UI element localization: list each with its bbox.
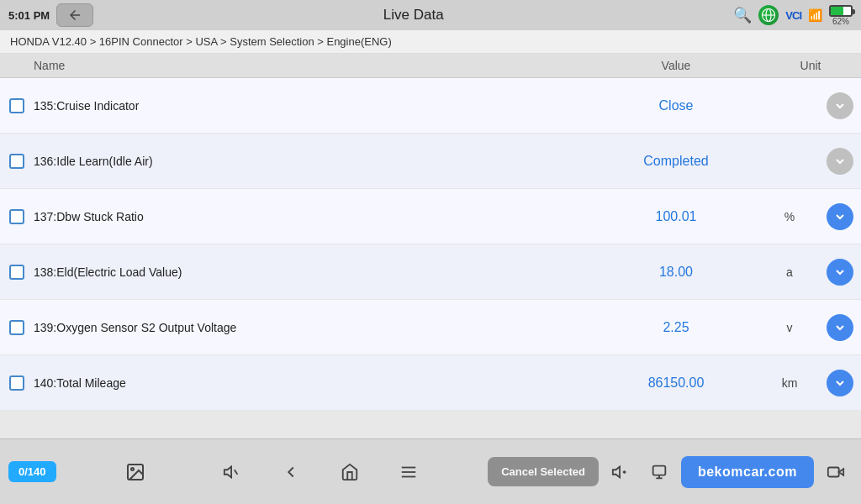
row-action <box>819 92 861 119</box>
table-row: 136:Idle Learn(Idle Air)Completed <box>0 134 861 189</box>
back-nav-icon-btn[interactable] <box>274 455 308 489</box>
row-action <box>819 370 861 396</box>
checkbox[interactable] <box>9 320 24 335</box>
device-icon-btn[interactable] <box>642 455 676 489</box>
battery-icon <box>829 5 853 17</box>
col-unit-header: Unit <box>760 59 861 72</box>
row-value: Close <box>592 98 760 113</box>
svg-rect-13 <box>653 465 666 475</box>
chevron-down-button[interactable] <box>827 370 853 396</box>
speaker-plus-icon <box>611 463 630 481</box>
row-label: 139:Oxygen Sensor S2 Output Voltage <box>34 321 592 334</box>
chevron-down-button[interactable] <box>827 203 853 230</box>
back-button[interactable] <box>56 3 93 27</box>
record-icon-btn[interactable] <box>819 455 853 489</box>
row-label: 140:Total Mileage <box>34 376 592 390</box>
menu-icon <box>399 463 418 481</box>
menu-icon-btn[interactable] <box>392 455 425 489</box>
checkbox[interactable] <box>9 209 24 224</box>
search-icon[interactable]: 🔍 <box>733 6 752 24</box>
row-value: Completed <box>592 154 760 169</box>
row-value: 2.25 <box>592 320 760 335</box>
table-header: Name Value Unit <box>0 54 861 78</box>
globe-icon[interactable] <box>758 5 779 25</box>
row-label: 138:Eld(Electric Load Value) <box>34 265 592 279</box>
brand-button[interactable]: bekomcar.com <box>681 456 814 488</box>
table-row: 135:Cruise IndicatorClose <box>0 78 861 134</box>
page-title: Live Data <box>93 7 733 24</box>
row-action <box>819 259 861 286</box>
cancel-selected-button[interactable]: Cancel Selected <box>488 457 599 486</box>
checkbox[interactable] <box>9 154 24 169</box>
record-icon <box>827 463 845 481</box>
row-value: 86150.00 <box>592 375 760 391</box>
home-icon <box>341 463 359 481</box>
row-checkbox-container <box>0 320 34 335</box>
svg-rect-16 <box>828 467 839 476</box>
chevron-down-button-inactive[interactable] <box>827 148 853 175</box>
status-time: 5:01 PM <box>8 9 50 22</box>
svg-marker-5 <box>224 466 230 477</box>
row-action <box>819 314 861 341</box>
row-checkbox-container <box>0 154 34 169</box>
row-value: 100.01 <box>592 209 760 224</box>
row-action <box>819 203 861 230</box>
battery-container: 62% <box>829 5 853 26</box>
home-icon-btn[interactable] <box>333 455 367 489</box>
breadcrumb: HONDA V12.40 > 16PIN Connector > USA > S… <box>0 30 861 54</box>
status-bar-right: 🔍 VCI 📶 62% <box>733 5 853 26</box>
device-icon <box>650 463 668 481</box>
row-checkbox-container <box>0 375 34 391</box>
table-row: 137:Dbw Stuck Ratio100.01% <box>0 189 861 244</box>
speaker-plus-icon-btn[interactable] <box>604 455 637 489</box>
row-checkbox-container <box>0 209 34 224</box>
globe-svg <box>761 8 776 23</box>
table-row: 138:Eld(Electric Load Value)18.00a <box>0 244 861 300</box>
row-unit: a <box>760 265 819 279</box>
volume-icon <box>223 463 241 481</box>
row-checkbox-container <box>0 98 34 113</box>
battery-fill <box>831 7 843 15</box>
row-unit: v <box>760 321 819 334</box>
row-unit: % <box>760 210 819 223</box>
row-checkbox-container <box>0 265 34 280</box>
row-label: 135:Cruise Indicator <box>34 99 592 113</box>
battery-percent: 62% <box>832 17 849 26</box>
data-table: 135:Cruise IndicatorClose136:Idle Learn(… <box>0 78 861 411</box>
row-label: 137:Dbw Stuck Ratio <box>34 210 592 223</box>
svg-marker-10 <box>613 466 620 477</box>
col-name-header: Name <box>0 59 592 72</box>
bottom-nav <box>215 455 425 489</box>
bottom-toolbar: 0/140 <box>0 438 861 504</box>
counter-badge: 0/140 <box>8 461 56 482</box>
table-row: 140:Total Mileage86150.00km <box>0 355 861 411</box>
image-icon-btn[interactable] <box>119 455 152 489</box>
row-label: 136:Idle Learn(Idle Air) <box>34 155 592 168</box>
svg-point-4 <box>131 468 134 470</box>
status-bar-left: 5:01 PM <box>8 3 93 27</box>
bottom-right-buttons: Cancel Selected bekomcar.com <box>488 455 853 489</box>
back-nav-icon <box>282 463 300 481</box>
chevron-down-button-inactive[interactable] <box>827 92 853 119</box>
checkbox[interactable] <box>9 375 24 391</box>
vci-badge: VCI <box>785 9 801 22</box>
volume-icon-btn[interactable] <box>215 455 249 489</box>
chevron-down-button[interactable] <box>827 259 853 286</box>
wifi-icon: 📶 <box>808 8 822 22</box>
chevron-down-button[interactable] <box>827 314 853 341</box>
back-icon <box>67 8 82 23</box>
image-icon <box>125 462 145 482</box>
checkbox[interactable] <box>9 98 24 113</box>
row-value: 18.00 <box>592 265 760 280</box>
checkbox[interactable] <box>9 265 24 280</box>
row-unit: km <box>760 376 819 390</box>
status-bar: 5:01 PM Live Data 🔍 VCI 📶 62% <box>0 0 861 30</box>
table-row: 139:Oxygen Sensor S2 Output Voltage2.25v <box>0 300 861 355</box>
row-action <box>819 148 861 175</box>
svg-line-6 <box>234 470 237 475</box>
col-value-header: Value <box>592 59 760 72</box>
